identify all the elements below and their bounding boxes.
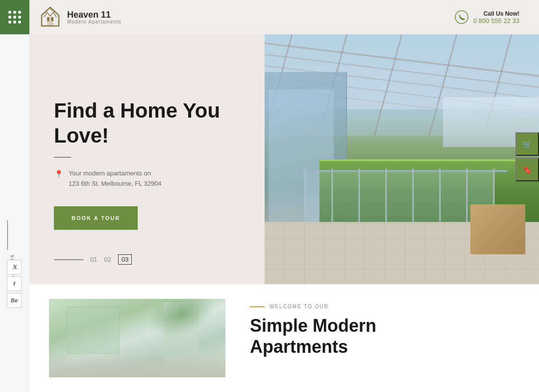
hero-title: Find a Home You Love! [54, 98, 240, 148]
phone-icon [455, 10, 468, 24]
contact-label: Call Us Now! [473, 10, 519, 17]
address-text: Your modern apartaments on 123 6th St. M… [69, 169, 162, 189]
svg-rect-29 [360, 172, 385, 223]
bottom-text: WELCOME TO OUR Simple Modern Apartments [250, 299, 519, 377]
logo-area: Heaven 11 Modern Apartaments [39, 6, 122, 28]
svg-rect-31 [414, 172, 439, 223]
logo-text: Heaven 11 Modern Apartaments [67, 10, 122, 24]
logo-subtitle: Modern Apartaments [67, 19, 122, 24]
right-panel-buttons: 🛒 🔖 [515, 132, 539, 182]
contact-info: Call Us Now! 0 800 555 22 33 [473, 10, 519, 24]
dots-grid [8, 11, 21, 24]
svg-point-5 [455, 11, 468, 24]
twitter-button[interactable]: 𝕏 [7, 260, 22, 274]
hero-address: 📍 Your modern apartaments on 123 6th St.… [54, 169, 240, 189]
hero-left: Find a Home You Love! 📍 Your modern apar… [29, 34, 265, 284]
svg-rect-2 [47, 17, 49, 21]
hero-section: Find a Home You Love! 📍 Your modern apar… [29, 34, 539, 284]
hero-divider [54, 157, 71, 158]
book-tour-button[interactable]: BOOK A TOUR [54, 206, 138, 230]
welcome-text: WELCOME TO OUR [270, 304, 329, 309]
svg-rect-30 [387, 172, 412, 223]
svg-rect-32 [441, 172, 466, 223]
pagination-line [54, 259, 83, 260]
welcome-line [250, 306, 265, 307]
behance-button[interactable]: Be [7, 293, 22, 308]
svg-rect-28 [333, 172, 358, 223]
cart-button[interactable]: 🛒 [515, 132, 539, 156]
hero-image [265, 34, 539, 284]
contact-number: 0 800 555 22 33 [473, 17, 519, 24]
facebook-button[interactable]: f [7, 276, 22, 291]
svg-rect-3 [51, 17, 53, 21]
pagination-area: 01 02 03 [54, 245, 132, 274]
welcome-label-area: WELCOME TO OUR [250, 304, 519, 309]
main-wrapper: Heaven 11 Modern Apartaments Call Us Now… [29, 0, 539, 392]
page-2[interactable]: 02 [104, 256, 111, 263]
logo-name: Heaven 11 [67, 10, 122, 19]
bottom-image [49, 299, 225, 377]
header: Heaven 11 Modern Apartaments Call Us Now… [29, 0, 539, 34]
header-contact: Call Us Now! 0 800 555 22 33 [455, 10, 519, 24]
bookmark-button[interactable]: 🔖 [515, 158, 539, 181]
page-1[interactable]: 01 [90, 256, 97, 263]
hero-right: 🛒 🔖 [265, 34, 539, 284]
bottom-title: Simple Modern Apartments [250, 315, 519, 357]
social-icons: 𝕏 f Be [7, 260, 22, 308]
menu-dots-button[interactable] [0, 0, 29, 34]
logo-icon [39, 6, 61, 28]
location-icon: 📍 [54, 170, 64, 179]
page-3-active[interactable]: 03 [118, 254, 132, 265]
bottom-section: WELCOME TO OUR Simple Modern Apartments [29, 284, 539, 392]
svg-rect-27 [306, 172, 331, 223]
svg-rect-4 [47, 21, 53, 26]
follow-line [7, 220, 8, 250]
